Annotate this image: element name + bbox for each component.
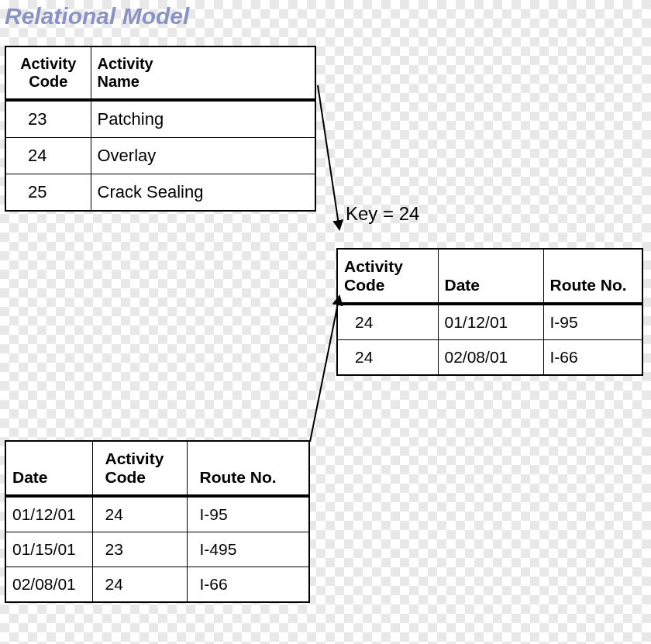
cell: 24 (5, 138, 91, 174)
col-header: Route No. (543, 249, 642, 304)
col-header: ActivityCode (92, 441, 187, 496)
cell: 01/12/01 (438, 304, 543, 340)
cell: 24 (337, 304, 438, 340)
cell: 23 (5, 100, 91, 138)
cell: 24 (337, 340, 438, 376)
table-row: 24Overlay (5, 138, 315, 174)
col-header: Route No. (187, 441, 309, 496)
table-row: 2401/12/01I-95 (337, 304, 642, 340)
joined-result-table: ActivityCode Date Route No. 2401/12/01I-… (336, 248, 643, 376)
col-header: Date (438, 249, 543, 304)
activity-table: ActivityCode ActivityName 23Patching 24O… (5, 46, 316, 212)
table-row: 01/15/0123I-495 (5, 532, 309, 567)
key-label: Key = 24 (346, 203, 419, 225)
table-row: 2402/08/01I-66 (337, 340, 642, 376)
cell: I-66 (543, 340, 642, 376)
cell: I-95 (187, 496, 309, 532)
cell: 02/08/01 (438, 340, 543, 376)
cell: 01/15/01 (5, 532, 92, 567)
col-header: Date (5, 441, 92, 496)
cell: 23 (92, 532, 187, 567)
cell: 24 (92, 567, 187, 603)
col-header: ActivityName (91, 46, 315, 100)
cell: 01/12/01 (5, 496, 92, 532)
table-row: 02/08/0124I-66 (5, 567, 309, 603)
cell: I-66 (187, 567, 309, 603)
table-row: 25Crack Sealing (5, 174, 315, 212)
cell: 02/08/01 (5, 567, 92, 603)
cell: Crack Sealing (91, 174, 315, 212)
col-header: ActivityCode (5, 46, 91, 100)
cell: 25 (5, 174, 91, 212)
cell: Overlay (91, 138, 315, 174)
col-header: ActivityCode (337, 249, 438, 304)
table-row: 23Patching (5, 100, 315, 138)
date-activity-table: Date ActivityCode Route No. 01/12/0124I-… (5, 440, 310, 603)
diagram-title: Relational Model (5, 3, 189, 29)
table-row: 01/12/0124I-95 (5, 496, 309, 532)
arrow-bottom-to-result (310, 296, 339, 442)
cell: I-95 (543, 304, 642, 340)
cell: I-495 (187, 532, 309, 567)
cell: Patching (91, 100, 315, 138)
arrow-top-to-result (318, 85, 339, 229)
cell: 24 (92, 496, 187, 532)
